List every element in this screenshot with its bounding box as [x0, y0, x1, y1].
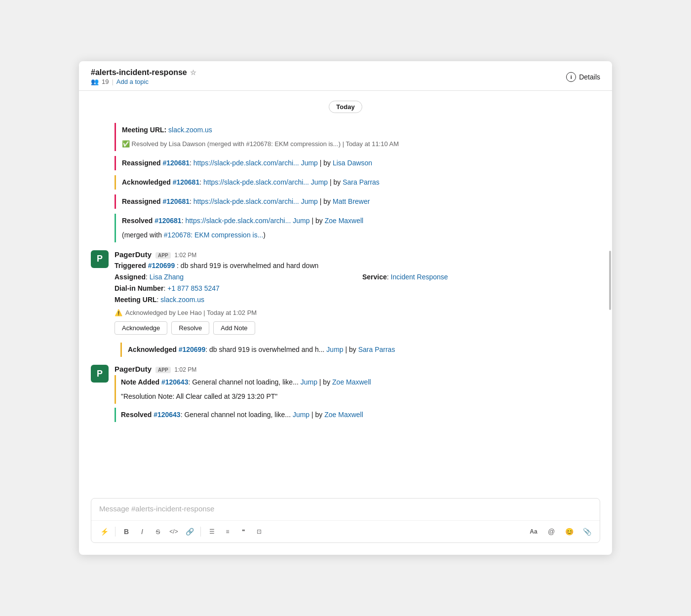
star-icon[interactable]: ☆: [190, 69, 196, 77]
thread-item-reassigned-1: Reassigned #120681: https://slack-pde.sl…: [115, 156, 600, 170]
message-content-1: PagerDuty APP 1:02 PM Triggered #120699 …: [115, 250, 600, 335]
today-badge: Today: [329, 101, 362, 113]
ordered-list-button[interactable]: ☰: [205, 525, 219, 539]
author-643-res[interactable]: Zoe Maxwell: [324, 411, 363, 419]
acknowledged-status-text: Acknowledged by Lee Hao | Today at 1:02 …: [125, 308, 257, 318]
jump-643-res[interactable]: Jump: [293, 411, 309, 419]
code-button[interactable]: </>: [167, 525, 181, 539]
scrollbar-track[interactable]: [608, 91, 612, 490]
link-button[interactable]: 🔗: [183, 525, 196, 539]
service-value[interactable]: Incident Response: [391, 273, 448, 281]
dialin-label: Dial-in Number: [115, 284, 164, 292]
resolve-button[interactable]: Resolve: [171, 321, 209, 335]
italic-button[interactable]: I: [135, 525, 149, 539]
service-label: Service: [362, 273, 387, 281]
thread-acknowledged-699: Acknowledged #120699: db shard 919 is ov…: [120, 343, 600, 357]
meeting-url-row: Meeting URL: slack.zoom.us: [115, 295, 600, 305]
aa-button[interactable]: Aa: [527, 525, 540, 539]
assigned-value[interactable]: Lisa Zhang: [150, 273, 184, 281]
message-body-1: Triggered #120699 : db shard 919 is over…: [115, 261, 600, 335]
incident-699-ack: #120699: [179, 346, 206, 353]
info-grid: Assigned: Lisa Zhang Service: Incident R…: [115, 272, 600, 294]
channel-info: #alerts-incident-response ☆ 👥 19 | Add a…: [91, 68, 196, 85]
archi-link-1[interactable]: https://slack-pde.slack.com/archi...: [193, 159, 299, 167]
code-block-button[interactable]: ⊡: [252, 525, 266, 539]
incident-699: #120699: [148, 262, 175, 270]
note-added-label: Note Added: [121, 378, 159, 386]
triggered-label: Triggered: [115, 262, 146, 270]
status-line: ⚠️ Acknowledged by Lee Hao | Today at 1:…: [115, 308, 600, 318]
author-link-ack-1[interactable]: Sara Parras: [343, 178, 380, 186]
thread-item-reassigned-2: Reassigned #120681: https://slack-pde.sl…: [115, 194, 600, 209]
scrollbar-thumb[interactable]: [609, 251, 611, 310]
avatar-pagerduty-2: P: [91, 365, 109, 383]
incident-num-res-1: #120681: [154, 217, 182, 225]
resolved-643-label: Resolved: [121, 411, 152, 419]
composer-toolbar: ⚡ B I S </> 🔗 ☰ ≡ ❝ ⊡ Aa @ 😊 📎: [91, 520, 600, 542]
add-note-button[interactable]: Add Note: [213, 321, 255, 335]
add-topic-link[interactable]: Add a topic: [116, 78, 149, 85]
jump-link-res-1[interactable]: Jump: [293, 217, 309, 225]
details-button[interactable]: i Details: [566, 72, 600, 82]
main-window: #alerts-incident-response ☆ 👥 19 | Add a…: [79, 61, 612, 555]
acknowledge-button[interactable]: Acknowledge: [115, 321, 167, 335]
channel-header: #alerts-incident-response ☆ 👥 19 | Add a…: [79, 61, 612, 91]
merged-link[interactable]: #120678: EKM compression is...: [164, 231, 264, 239]
sender-name-2: PagerDuty: [115, 365, 152, 373]
separator: |: [112, 78, 113, 85]
incident-num-ack-1: #120681: [173, 178, 200, 186]
emoji-button[interactable]: 😊: [562, 525, 576, 539]
author-link-2[interactable]: Matt Brewer: [333, 197, 370, 205]
reassigned-label-2: Reassigned: [122, 197, 161, 205]
author-link-1[interactable]: Lisa Dawson: [333, 159, 372, 167]
message-composer: Message #alerts-incident-response ⚡ B I …: [91, 498, 600, 543]
note-text: "Resolution Note: All Clear called at 3/…: [121, 389, 600, 404]
strikethrough-button[interactable]: S: [151, 525, 165, 539]
author-699-ack[interactable]: Sara Parras: [358, 346, 395, 353]
thread-acknowledged-1-text: Acknowledged #120681: https://slack-pde.…: [122, 175, 600, 190]
thread-resolved-1-text: Resolved #120681: https://slack-pde.slac…: [122, 214, 600, 228]
dialin-value[interactable]: +1 877 853 5247: [167, 284, 220, 292]
meeting-url-label: Meeting URL:: [122, 126, 166, 134]
toolbar-right: Aa @ 😊 📎: [527, 525, 594, 539]
jump-643-note[interactable]: Jump: [301, 378, 317, 386]
attach-button[interactable]: 📎: [580, 525, 594, 539]
incident-num-1: #120681: [162, 159, 190, 167]
unordered-list-button[interactable]: ≡: [221, 525, 234, 539]
jump-699-ack[interactable]: Jump: [326, 346, 343, 353]
reassigned-label-1: Reassigned: [122, 159, 161, 167]
archi-link-ack-1[interactable]: https://slack-pde.slack.com/archi...: [203, 178, 309, 186]
thread-section-top: Meeting URL: slack.zoom.us ✅ Resolved by…: [115, 123, 600, 242]
toolbar-separator-2: [200, 527, 201, 537]
acknowledged-label-1: Acknowledged: [122, 178, 171, 186]
composer-input[interactable]: Message #alerts-incident-response: [91, 499, 600, 520]
incident-num-2: #120681: [162, 197, 190, 205]
block-quote-button[interactable]: ❝: [236, 525, 250, 539]
bold-button[interactable]: B: [119, 525, 133, 539]
today-divider: Today: [91, 101, 600, 113]
archi-link-res-1[interactable]: https://slack-pde.slack.com/archi...: [185, 217, 291, 225]
jump-link-ack-1[interactable]: Jump: [311, 178, 328, 186]
thread-reassigned-2-text: Reassigned #120681: https://slack-pde.sl…: [122, 194, 600, 209]
acknowledged-699-section: Acknowledged #120699: db shard 919 is ov…: [120, 343, 600, 357]
jump-link-1[interactable]: Jump: [301, 159, 318, 167]
assigned-row: Assigned: Lisa Zhang: [115, 272, 352, 282]
app-badge-1: APP: [155, 252, 171, 259]
author-link-res-1[interactable]: Zoe Maxwell: [325, 217, 364, 225]
lightning-button[interactable]: ⚡: [97, 525, 111, 539]
meeting-url-value[interactable]: slack.zoom.us: [160, 296, 204, 304]
mention-button[interactable]: @: [544, 525, 558, 539]
members-count: 19: [102, 78, 109, 85]
meeting-url-link[interactable]: slack.zoom.us: [168, 126, 212, 134]
action-buttons: Acknowledge Resolve Add Note: [115, 321, 600, 335]
archi-link-2[interactable]: https://slack-pde.slack.com/archi...: [193, 197, 299, 205]
message-pagerduty-1: P PagerDuty APP 1:02 PM Triggered #12069…: [91, 250, 600, 335]
service-row: Service: Incident Response: [362, 272, 600, 282]
thread-item-acknowledged-1: Acknowledged #120681: https://slack-pde.…: [115, 175, 600, 190]
thread-resolved-line: ✅ Resolved by Lisa Dawson (merged with #…: [122, 137, 600, 151]
info-icon: i: [566, 72, 576, 82]
author-643-note[interactable]: Zoe Maxwell: [332, 378, 371, 386]
jump-link-2[interactable]: Jump: [301, 197, 318, 205]
avatar-letter-2: P: [97, 369, 103, 379]
resolved-643-text: Resolved #120643: General channel not lo…: [121, 408, 600, 422]
